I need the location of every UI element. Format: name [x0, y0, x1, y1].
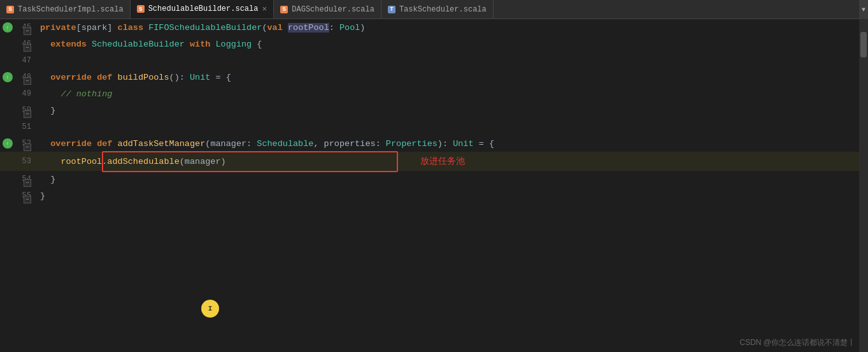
code-line-47: 47 [0, 52, 859, 69]
chinese-annotation: 放进任务池 [420, 153, 465, 170]
code-line-54: 54 − } [0, 171, 859, 187]
line-content-47 [35, 52, 859, 69]
tab-dagscheduler[interactable]: s DAGScheduler.scala [274, 0, 381, 18]
code-line-52: ↑ 52 − override def addTaskSetManager(ma… [0, 135, 859, 152]
line-content-52: override def addTaskSetManager(manager: … [35, 135, 859, 152]
cursor-indicator: I [201, 300, 219, 318]
editor-area: ↑ 45 − private[spark] class FIFOSchedula… [0, 19, 868, 352]
tab-scrollbar[interactable]: ▼ [859, 0, 868, 19]
code-line-46: 46 − extends SchedulableBuilder with Log… [0, 36, 859, 52]
scrollbar-thumb[interactable] [860, 32, 867, 57]
scala-icon: s [280, 6, 288, 13]
fold-52[interactable]: − [24, 143, 31, 151]
tab-close-icon[interactable]: × [262, 5, 267, 13]
tab-taskschedulerimpl[interactable]: s TaskSchedulerImpl.scala [0, 0, 131, 18]
watermark: CSDN @你怎么连话都说不清楚丨 [739, 337, 855, 348]
line-content-45: private[spark] class FIFOSchedulableBuil… [35, 19, 859, 36]
line-content-49: // nothing [35, 85, 859, 102]
code-line-45: ↑ 45 − private[spark] class FIFOSchedula… [0, 19, 859, 36]
fold-48[interactable]: − [24, 77, 31, 85]
line-content-48: override def buildPools(): Unit = { [35, 69, 859, 85]
line-content-54: } [35, 171, 859, 187]
scala-icon: s [6, 6, 14, 13]
line-num-53: 53 [22, 157, 31, 166]
scala-icon: s [137, 5, 145, 13]
tab-bar: s TaskSchedulerImpl.scala s SchedulableB… [0, 0, 868, 19]
line-num-47: 47 [22, 56, 31, 65]
line-num-49: 49 [22, 89, 31, 98]
fold-50[interactable]: − [24, 110, 31, 118]
tab-label: DAGScheduler.scala [292, 5, 374, 14]
tab-label: TaskScheduler.scala [399, 5, 487, 14]
vertical-scrollbar[interactable] [859, 19, 868, 352]
line-content-55: } [35, 187, 859, 204]
line-content-50: } [35, 102, 859, 119]
tab-schedulablebuilder[interactable]: s SchedulableBuilder.scala × [131, 0, 274, 18]
code-line-48: ↑ 48 − override def buildPools(): Unit =… [0, 69, 859, 85]
tab-label: SchedulableBuilder.scala [148, 4, 259, 13]
fold-54[interactable]: − [24, 179, 31, 187]
fold-45[interactable]: − [24, 27, 31, 35]
fold-55[interactable]: − [24, 196, 31, 203]
tab-label: TaskSchedulerImpl.scala [18, 5, 124, 14]
line-content-51 [35, 119, 859, 135]
code-line-51: 51 [0, 119, 859, 135]
code-line-50: 50 − } [0, 102, 859, 119]
line-content-46: extends SchedulableBuilder with Logging … [35, 36, 859, 52]
line-badge-45: ↑ [3, 22, 13, 33]
line-num-51: 51 [22, 122, 31, 131]
fold-46[interactable]: − [24, 44, 31, 52]
t-icon: T [388, 6, 395, 13]
line-badge-52: ↑ [3, 138, 13, 149]
tab-taskscheduler[interactable]: T TaskScheduler.scala [381, 0, 494, 18]
code-line-55: 55 − } [0, 187, 859, 204]
line-badge-48: ↑ [3, 72, 13, 82]
code-line-49: 49 // nothing [0, 85, 859, 102]
